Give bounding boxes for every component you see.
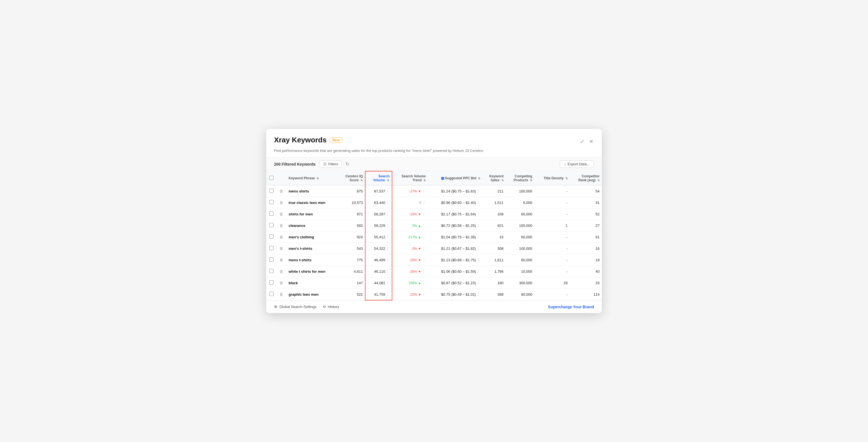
trend-sparkline-icon: ⠅ xyxy=(423,224,426,228)
row-sv-trend: -27% ▼ ⠅ xyxy=(392,185,428,197)
row-checkbox-cell xyxy=(266,289,276,300)
table-row: 🗑 men's clothing 924 55,412 ⠅ 217% ▲ ⠅ $… xyxy=(266,231,602,243)
table-body: 🗑 mens shirts 875 87,537 ⠅ -27% ▼ ⠅ $1.2… xyxy=(266,185,602,300)
delete-icon[interactable]: 🗑 xyxy=(279,189,283,193)
row-search-volume: 46,499 ⠅ xyxy=(365,254,392,266)
row-checkbox[interactable] xyxy=(269,223,274,227)
row-delete-cell: 🗑 xyxy=(276,266,286,277)
beta-badge: Beta xyxy=(330,137,343,143)
row-ppc-bid: $0.72 ($0.58 – $1.25) ⠅ xyxy=(428,220,483,231)
row-title-density: 29 xyxy=(534,277,569,289)
row-checkbox[interactable] xyxy=(269,269,274,273)
row-competing-products: 100,000 xyxy=(506,185,535,197)
sparkline-icon: ⠅ xyxy=(387,212,390,216)
sort-arrow-cr: ⇅ xyxy=(597,179,599,182)
row-sv-trend: 3% ▲ ⠅ xyxy=(392,220,428,231)
table-row: 🗑 black 147 44,081 ⠅ 188% ▲ ⠅ $0.87 ($0.… xyxy=(266,277,602,289)
row-checkbox[interactable] xyxy=(269,234,274,239)
table-row: 🗑 mens shirts 875 87,537 ⠅ -27% ▼ ⠅ $1.2… xyxy=(266,185,602,197)
toolbar: 200 Filtered Keywords ☷ Filters ↻ ↓ Expo… xyxy=(266,157,602,171)
delete-icon[interactable]: 🗑 xyxy=(279,292,283,297)
table-row: 🗑 graphic tees men 522 41,759 ⠅ -22% ▼ ⠅… xyxy=(266,289,602,300)
header-search-volume[interactable]: SearchVolume ▼ xyxy=(365,171,392,185)
refresh-button[interactable]: ↻ xyxy=(346,161,349,167)
row-competitor-rank: 27 xyxy=(570,220,602,231)
row-delete-cell: 🗑 xyxy=(276,277,286,289)
row-competing-products: 60,000 xyxy=(506,254,535,266)
row-checkbox[interactable] xyxy=(269,257,274,262)
delete-icon[interactable]: 🗑 xyxy=(279,223,283,228)
row-cerebro-iq: 775 xyxy=(338,254,365,266)
global-search-settings-button[interactable]: ⚙ Global Search Settings xyxy=(274,305,316,309)
delete-icon[interactable]: 🗑 xyxy=(279,258,283,262)
trend-down-icon: -25% ▼ xyxy=(409,258,421,262)
delete-icon[interactable]: 🗑 xyxy=(279,212,283,216)
row-competitor-rank: 16 xyxy=(570,243,602,254)
row-ppc-bid: $1.24 ($0.75 – $1.63) ⠅ xyxy=(428,185,483,197)
row-checkbox[interactable] xyxy=(269,246,274,250)
row-sv-trend: -15% ▼ ⠅ xyxy=(392,208,428,220)
sort-arrow-svt: ⇅ xyxy=(423,179,426,182)
row-cerebro-iq: 522 xyxy=(338,289,365,300)
ppc-sparkline-icon: ⠅ xyxy=(477,281,480,285)
row-competitor-rank: 52 xyxy=(570,208,602,220)
row-competing-products: 100,000 xyxy=(506,220,535,231)
ppc-sparkline-icon: ⠅ xyxy=(477,293,480,297)
row-search-volume: 44,081 ⠅ xyxy=(365,277,392,289)
sparkline-icon: ⠅ xyxy=(387,235,390,239)
row-search-volume: 58,287 ⠅ xyxy=(365,208,392,220)
delete-icon[interactable]: 🗑 xyxy=(279,200,283,205)
delete-icon[interactable]: 🗑 xyxy=(279,269,283,273)
trend-up-icon: 188% ▲ xyxy=(408,281,422,285)
history-button[interactable]: ⟲ History xyxy=(323,305,339,309)
delete-icon[interactable]: 🗑 xyxy=(279,281,283,285)
row-search-volume: 46,110 ⠅ xyxy=(365,266,392,277)
ppc-sparkline-icon: ⠅ xyxy=(477,189,480,193)
settings-icon: ⚙ xyxy=(274,305,277,309)
export-button[interactable]: ↓ Export Data... xyxy=(560,160,594,168)
row-search-volume: 63,440 ⠅ xyxy=(365,197,392,208)
row-keyword-sales: 180 xyxy=(483,277,505,289)
supercharge-brand-link[interactable]: Supercharge Your Brand xyxy=(548,305,594,309)
row-title-density: - xyxy=(534,266,569,277)
toolbar-left: 200 Filtered Keywords ☷ Filters ↻ xyxy=(274,160,349,168)
row-competing-products: 100,000 xyxy=(506,243,535,254)
row-keyword: true classic tees men xyxy=(286,197,338,208)
row-checkbox[interactable] xyxy=(269,200,274,204)
row-sv-trend: -25% ▼ ⠅ xyxy=(392,254,428,266)
row-delete-cell: 🗑 xyxy=(276,208,286,220)
row-sv-trend: -26% ▼ ⠅ xyxy=(392,266,428,277)
row-cerebro-iq: 582 xyxy=(338,220,365,231)
row-checkbox-cell xyxy=(266,243,276,254)
row-delete-cell: 🗑 xyxy=(276,289,286,300)
row-cerebro-iq: 875 xyxy=(338,185,365,197)
sort-arrow-keyword: ⇅ xyxy=(316,177,319,180)
row-sv-trend: 188% ▲ ⠅ xyxy=(392,277,428,289)
row-checkbox[interactable] xyxy=(269,280,274,285)
filters-label: Filters xyxy=(328,162,338,166)
ppc-sparkline-icon: ⠅ xyxy=(477,247,480,251)
expand-button[interactable]: ⤢ xyxy=(580,138,585,145)
row-ppc-bid: $1.21 ($0.67 – $1.82) ⠅ xyxy=(428,243,483,254)
sparkline-icon: ⠅ xyxy=(387,189,390,193)
close-button[interactable]: ✕ xyxy=(589,138,594,145)
trend-sparkline-icon: ⠅ xyxy=(423,293,426,297)
row-competitor-rank: 31 xyxy=(570,197,602,208)
row-checkbox[interactable] xyxy=(269,188,274,193)
delete-icon[interactable]: 🗑 xyxy=(279,235,283,239)
header-sv-trend: Search VolumeTrend ⇅ xyxy=(392,171,428,185)
keywords-table: Keyword Phrase ⇅ Cerebro IQScore ⇅ Searc… xyxy=(266,171,602,300)
row-ppc-bid: $1.04 ($0.75 – $1.39) ⠅ xyxy=(428,231,483,243)
row-competitor-rank: 114 xyxy=(570,289,602,300)
row-checkbox[interactable] xyxy=(269,292,274,296)
delete-icon[interactable]: 🗑 xyxy=(279,246,283,251)
row-competitor-rank: 40 xyxy=(570,266,602,277)
select-all-checkbox[interactable] xyxy=(269,176,274,180)
ppc-sparkline-icon: ⠅ xyxy=(477,270,480,273)
filters-button[interactable]: ☷ Filters xyxy=(320,160,342,168)
global-search-settings-label: Global Search Settings xyxy=(279,305,316,309)
trend-up-icon: 3% ▲ xyxy=(412,224,422,228)
row-keyword: men's t-shirts xyxy=(286,243,338,254)
row-checkbox[interactable] xyxy=(269,211,274,216)
sparkline-icon: ⠅ xyxy=(387,293,390,297)
